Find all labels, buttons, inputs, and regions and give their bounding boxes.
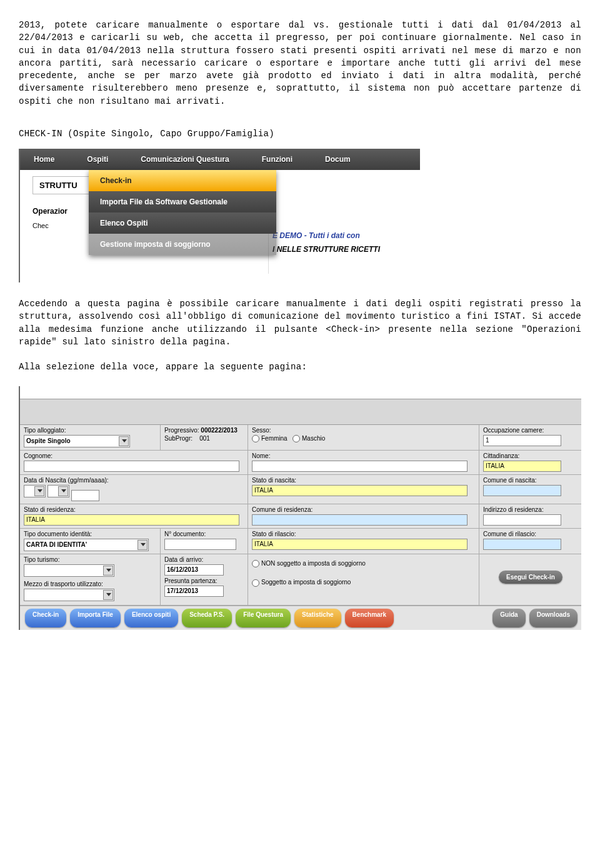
field-cittadinanza: Cittadinanza: ITALIA — [479, 451, 581, 475]
paragraph-intro: 2013, potete caricare manualmente o espo… — [19, 19, 581, 107]
btn-scheda[interactable]: Scheda P.S. — [182, 609, 232, 627]
radio-soggetto[interactable] — [252, 579, 259, 587]
ospiti-dropdown: Check-in Importa File da Software Gestio… — [89, 170, 276, 255]
input-stato-residenza[interactable]: ITALIA — [24, 514, 239, 526]
radio-maschio[interactable] — [292, 435, 300, 442]
nav-ospiti[interactable]: Ospiti — [87, 155, 108, 164]
paragraph-access: Accedendo a questa pagina è possibile ca… — [19, 297, 581, 348]
radio-femmina[interactable] — [252, 435, 259, 442]
field-comune-residenza: Comune di residenza: — [248, 504, 479, 529]
radio-non-soggetto[interactable] — [252, 560, 259, 567]
field-tipo-alloggiato: Tipo alloggiato: Ospite Singolo — [20, 425, 161, 451]
input-comune-rilascio[interactable] — [483, 539, 561, 550]
input-occupazione[interactable]: 1 — [483, 435, 561, 446]
input-anno[interactable] — [71, 490, 99, 501]
input-cittadinanza[interactable]: ITALIA — [483, 461, 561, 472]
paragraph-selection: Alla selezione della voce, appare la seg… — [19, 361, 581, 373]
field-turismo-trasporto: Tipo turismo: Mezzo di trasporto utilizz… — [20, 554, 161, 606]
nav-funzioni[interactable]: Funzioni — [262, 155, 292, 164]
input-presunta-partenza[interactable]: 17/12/2013 — [164, 586, 224, 597]
select-mezzo-trasporto[interactable] — [24, 589, 114, 601]
input-numero-documento[interactable] — [164, 539, 236, 550]
btn-guida[interactable]: Guida — [492, 609, 525, 627]
field-comune-rilascio: Comune di rilascio: — [479, 529, 581, 554]
input-comune-residenza[interactable] — [252, 514, 468, 526]
select-giorno[interactable] — [24, 485, 46, 497]
input-stato-nascita[interactable]: ITALIA — [252, 485, 468, 496]
nav-docum[interactable]: Docum — [325, 155, 351, 164]
btn-importa[interactable]: Importa File — [70, 609, 121, 627]
field-tipo-documento: Tipo documento identità: CARTA DI IDENTI… — [20, 529, 161, 554]
field-stato-rilascio: Stato di rilascio: ITALIA — [248, 529, 479, 554]
dropdown-elenco[interactable]: Elenco Ospiti — [89, 212, 276, 234]
field-stato-residenza: Stato di residenza: ITALIA — [20, 504, 248, 529]
field-sesso: Sesso: Femmina Maschio — [248, 425, 479, 451]
input-cognome[interactable] — [24, 461, 239, 472]
dropdown-gestione[interactable]: Gestione imposta di soggiorno — [89, 234, 276, 255]
input-stato-rilascio[interactable]: ITALIA — [252, 539, 468, 550]
screenshot-menu: Home Ospiti Comunicazioni Questura Funzi… — [19, 149, 420, 282]
btn-checkin[interactable]: Check-in — [25, 609, 66, 627]
input-nome[interactable] — [252, 461, 468, 472]
demo-line1: E DEMO - Tutti i dati con — [272, 231, 416, 240]
demo-line2: I NELLE STRUTTURE RICETTI — [272, 245, 416, 254]
field-esegui: Esegui Check-in — [479, 554, 581, 606]
dropdown-checkin[interactable]: Check-in — [89, 170, 276, 191]
input-comune-nascita[interactable] — [483, 485, 561, 496]
field-imposta: NON soggetto a imposta di soggiorno Sogg… — [248, 554, 479, 606]
field-progressivo: Progressivo: 000222/2013 SubProgr: 001 — [161, 425, 248, 451]
btn-file-questura[interactable]: File Questura — [236, 609, 291, 627]
field-comune-nascita: Comune di nascita: — [479, 475, 581, 504]
struttura-box: STRUTTU — [32, 176, 90, 194]
btn-downloads[interactable]: Downloads — [529, 609, 578, 627]
select-tipo-alloggiato[interactable]: Ospite Singolo — [24, 435, 130, 447]
input-indirizzo-residenza[interactable] — [483, 514, 561, 526]
select-tipo-turismo[interactable] — [24, 564, 114, 577]
field-stato-nascita: Stato di nascita: ITALIA — [248, 475, 479, 504]
nav-comunicazioni[interactable]: Comunicazioni Questura — [141, 155, 229, 164]
button-bar: Check-in Importa File Elenco ospiti Sche… — [20, 606, 581, 630]
demo-banner: E DEMO - Tutti i dati con I NELLE STRUTT… — [268, 226, 420, 274]
field-data-nascita: Data di Nascita (gg/mm/aaaa): — [20, 475, 248, 504]
input-data-arrivo[interactable]: 16/12/2013 — [164, 564, 224, 576]
field-nome: Nome: — [248, 451, 479, 475]
field-cognome: Cognome: — [20, 451, 248, 475]
btn-statistiche[interactable]: Statistiche — [294, 609, 341, 627]
screenshot-form: Tipo alloggiato: Ospite Singolo Progress… — [19, 386, 581, 630]
navbar: Home Ospiti Comunicazioni Questura Funzi… — [20, 149, 420, 170]
btn-elenco[interactable]: Elenco ospiti — [124, 609, 178, 627]
button-esegui-checkin[interactable]: Esegui Check-in — [499, 571, 562, 584]
field-occupazione: Occupazione camere: 1 — [479, 425, 581, 451]
select-tipo-documento[interactable]: CARTA DI IDENTITA' — [24, 539, 149, 551]
field-date: Data di arrivo: 16/12/2013 Presunta part… — [161, 554, 248, 606]
btn-benchmark[interactable]: Benchmark — [345, 609, 394, 627]
nav-home[interactable]: Home — [34, 155, 54, 164]
field-indirizzo-residenza: Indirizzo di residenza: — [479, 504, 581, 529]
field-numero-documento: N° documento: — [161, 529, 248, 554]
select-mese[interactable] — [48, 485, 69, 497]
heading-checkin: CHECK-IN (Ospite Singolo, Capo Gruppo/Fa… — [19, 129, 581, 139]
dropdown-importa[interactable]: Importa File da Software Gestionale — [89, 191, 276, 212]
